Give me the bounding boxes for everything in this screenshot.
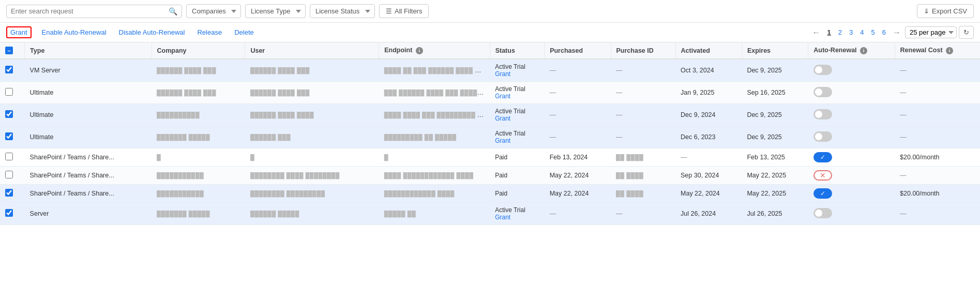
endpoint-value: ████ ██ ███ ██████ ████ ███ █████████ ██… xyxy=(384,67,490,74)
auto-renewal-toggle[interactable] xyxy=(813,65,832,75)
auto-renewal-toggle[interactable]: ✓ xyxy=(813,188,832,199)
user-value: ██████ █████ xyxy=(250,211,299,217)
row-checkbox[interactable] xyxy=(5,110,13,118)
purchase-id-value: — xyxy=(616,111,623,118)
toggle-knob xyxy=(815,133,822,140)
row-checkbox[interactable] xyxy=(5,88,13,96)
auto-renewal-toggle[interactable] xyxy=(813,131,832,142)
user-cell: ████████ ████ ████████ xyxy=(245,167,379,185)
activated-cell: Jan 9, 2025 xyxy=(675,82,742,104)
export-csv-button[interactable]: ⇓ Export CSV xyxy=(917,4,974,18)
auto-renewal-toggle[interactable] xyxy=(813,109,832,119)
purchase-id-cell: ██ ████ xyxy=(611,185,675,203)
enable-auto-renewal-button[interactable]: Enable Auto-Renewal xyxy=(40,27,109,37)
purchased-column-header: Purchased xyxy=(545,42,611,59)
status-column-header: Status xyxy=(490,42,544,59)
endpoint-value: █████████ ██ █████ xyxy=(384,134,457,140)
endpoint-value: █ xyxy=(384,154,388,160)
status-sub-value: Grant xyxy=(495,137,539,144)
disable-auto-renewal-button[interactable]: Disable Auto-Renewal xyxy=(117,27,187,37)
row-checkbox[interactable] xyxy=(5,209,13,217)
delete-button[interactable]: Delete xyxy=(232,27,256,37)
purchased-cell: — xyxy=(545,59,611,82)
endpoint-info-icon[interactable]: i xyxy=(416,47,423,54)
endpoint-cell: █ xyxy=(379,148,490,167)
company-value: ███████ █████ xyxy=(157,134,210,140)
expires-value: Sep 16, 2025 xyxy=(747,89,785,96)
per-page-select[interactable]: 25 per page xyxy=(905,26,957,38)
endpoint-value: ████ ████ ███ █████████ ██████████ xyxy=(384,111,490,118)
page-3[interactable]: 3 xyxy=(847,27,855,37)
page-2[interactable]: 2 xyxy=(836,27,845,37)
grant-button[interactable]: Grant xyxy=(6,26,32,38)
toggle-knob xyxy=(815,88,822,96)
renewal-cost-cell: — xyxy=(895,126,980,148)
prev-page-arrow[interactable]: ← xyxy=(810,27,823,38)
renewal-cost-value: — xyxy=(900,210,907,217)
auto-renewal-toggle[interactable]: ✕ xyxy=(813,170,832,181)
row-checkbox-cell xyxy=(0,167,25,185)
auto-renewal-cell xyxy=(808,59,895,82)
x-icon: ✕ xyxy=(820,171,826,180)
auto-renewal-toggle[interactable]: ✓ xyxy=(813,152,832,162)
all-filters-button[interactable]: ☰ All Filters xyxy=(379,4,429,18)
table-row: SharePoint / Teams / Share...███████████… xyxy=(0,167,980,185)
type-cell: SharePoint / Teams / Share... xyxy=(25,185,152,203)
search-input[interactable] xyxy=(11,7,167,15)
purchased-value: — xyxy=(550,89,556,96)
purchase-id-cell: — xyxy=(611,203,675,225)
purchase-id-value: — xyxy=(616,89,623,96)
expires-value: May 22, 2025 xyxy=(747,190,786,197)
auto-renewal-cell xyxy=(808,126,895,148)
company-cell: ██████ ████ ███ xyxy=(152,82,245,104)
status-sub-value: Grant xyxy=(495,70,539,78)
activated-value: Jul 26, 2024 xyxy=(681,210,716,217)
select-all-checkbox[interactable]: – xyxy=(5,47,13,54)
table-row: Server███████ ███████████ ██████████ ██A… xyxy=(0,203,980,225)
status-value: Paid xyxy=(495,172,539,179)
page-5[interactable]: 5 xyxy=(869,27,878,37)
auto-renewal-info-icon[interactable]: i xyxy=(860,47,867,54)
table-header-row: – Type Company User Endpoint i Status Pu… xyxy=(0,42,980,59)
auto-renewal-toggle[interactable] xyxy=(813,208,832,218)
row-checkbox[interactable] xyxy=(5,189,13,197)
expires-column-header: Expires xyxy=(742,42,808,59)
user-value: ██████ ███ xyxy=(250,134,291,140)
select-all-column[interactable]: – xyxy=(0,42,25,59)
renewal-cost-value: $20.00/month xyxy=(900,190,939,197)
search-icon[interactable]: 🔍 xyxy=(169,7,177,16)
row-checkbox[interactable] xyxy=(5,153,13,160)
license-status-filter[interactable]: License Status xyxy=(310,4,375,18)
renewal-cost-cell: $20.00/month xyxy=(895,185,980,203)
refresh-button[interactable]: ↻ xyxy=(959,26,974,39)
row-checkbox[interactable] xyxy=(5,132,13,140)
page-1[interactable]: 1 xyxy=(825,27,834,37)
auto-renewal-cell: ✓ xyxy=(808,185,895,203)
row-checkbox-cell xyxy=(0,148,25,167)
next-page-arrow[interactable]: → xyxy=(891,27,903,38)
expires-value: Dec 9, 2025 xyxy=(747,133,781,141)
page-6[interactable]: 6 xyxy=(880,27,888,37)
user-cell: ██████ ████ ███ xyxy=(245,59,379,82)
release-button[interactable]: Release xyxy=(195,27,224,37)
company-cell: ██████ ████ ███ xyxy=(152,59,245,82)
row-checkbox[interactable] xyxy=(5,66,13,73)
table-row: SharePoint / Teams / Share...███████████… xyxy=(0,185,980,203)
status-cell: Paid xyxy=(490,185,544,203)
license-type-filter[interactable]: License Type xyxy=(245,4,306,18)
toggle-knob xyxy=(815,66,822,73)
status-sub-value: Grant xyxy=(495,115,539,122)
page-4[interactable]: 4 xyxy=(857,27,866,37)
companies-filter[interactable]: Companies xyxy=(186,4,241,18)
auto-renewal-cell: ✓ xyxy=(808,148,895,167)
renewal-cost-info-icon[interactable]: i xyxy=(946,47,953,54)
purchased-value: May 22, 2024 xyxy=(550,190,589,197)
purchased-value: — xyxy=(550,67,556,74)
auto-renewal-toggle[interactable] xyxy=(813,87,832,97)
status-cell: Active TrialGrant xyxy=(490,203,544,225)
row-checkbox[interactable] xyxy=(5,171,13,178)
check-icon: ✓ xyxy=(820,154,825,161)
expires-value: Dec 9, 2025 xyxy=(747,111,781,118)
toggle-knob xyxy=(815,111,822,118)
renewal-cost-value: — xyxy=(900,133,907,141)
